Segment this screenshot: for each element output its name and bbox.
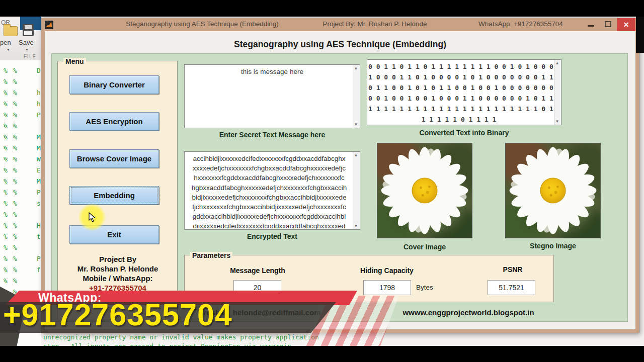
hiding-capacity-field[interactable]: 1798 [363,280,411,295]
cover-image [377,143,472,238]
close-icon: ✕ [623,21,629,29]
binary-label: Converted Text into Binary [367,129,561,137]
parameters-group-label: Parameters [190,252,232,259]
window-title-project: Project By: Mr. Roshan P. Helonde [323,20,427,28]
editor-comment-row: %%M [0,144,41,155]
encrypted-line: gddxxaccihbidjixxxxxedefjchxxxxxxxfcgddx… [186,212,353,221]
project-by-line: Mobile / WhatsApp: [61,274,175,283]
stegno-image-label: Stegno Image [505,242,601,250]
encrypted-line: diixxxxxedcifedxxxxxxxfcoddxxacddfabcghx… [186,221,353,230]
steganography-window: Steganography using AES Technique (Embed… [41,18,639,333]
psnr-label: PSNR [467,265,558,274]
open-dropdown-icon[interactable]: ▼ [7,48,10,51]
editor-comment-row: %%M [0,133,41,144]
menu-button-binary-converter[interactable]: Binary Converter [69,75,159,94]
menu-button-aes-encryption[interactable]: AES Encryption [69,112,159,131]
psnr-field[interactable]: 51.7521 [488,280,535,295]
scroll-down-icon[interactable]: ▼ [353,224,359,228]
project-by-line: Mr. Roshan P. Helonde [61,264,175,274]
window-title: Steganography using AES Technique (Embed… [126,20,279,28]
scroll-up-icon[interactable]: ▲ [554,61,560,65]
website-text: wwww.enggprojectworld.blogspot.in [383,308,554,317]
secret-message-label: Enter Secret Text Message here [184,131,360,139]
secret-message-textarea[interactable]: this is message here ▲ ▼ [184,64,360,128]
editor-comment-row: %%M [0,177,41,189]
encrypted-label: Encrypted Text [184,232,360,240]
save-button-label[interactable]: Save [19,39,34,46]
binary-textarea[interactable]: 0 0 1 1 0 1 1 0 1 1 1 1 1 1 1 1 0 0 1 0 … [367,59,561,125]
encrypted-line: fjchxxxxxxxfchgbxxaccihbidjixxxxxedefjch… [186,202,353,212]
editor-comment-row: %%P [0,255,41,266]
editor-comment-row: %%D [0,67,41,78]
scroll-down-icon[interactable]: ▼ [353,122,359,127]
screen: OR pen ▼ Save ▼ FILE %%D%%%%h%%h%%P%%%%M… [0,0,644,362]
menu-button-browse-cover-image[interactable]: Browse Cover Image [69,149,159,168]
main-panel: Menu Binary ConverterAES EncryptionBrows… [51,53,628,322]
binary-line: 0 0 1 1 0 1 1 0 1 1 1 1 1 1 1 1 0 0 1 0 … [368,61,549,72]
project-by-block: Project ByMr. Roshan P. HelondeMobile / … [61,254,175,293]
secret-message-text: this is message here [185,68,360,75]
close-button[interactable]: ✕ [617,18,635,31]
save-dropdown-icon[interactable]: ▼ [25,48,29,51]
encrypted-textarea[interactable]: accihbidjixxxxxedcifedxxxxxxxfcgddxxacdd… [184,151,360,230]
maximize-icon [605,21,611,27]
bytes-unit-label: Bytes [416,284,433,291]
overlay-phone-number: +917276355704 [3,297,232,332]
editor-comment-row: %%E [0,166,41,177]
matlab-toolbar: OR pen ▼ Save ▼ FILE [0,17,41,60]
figure-area: Steganography using AES Technique (Embed… [45,31,635,329]
binary-line: 0 0 1 0 0 1 0 0 1 0 0 0 1 1 0 0 0 0 0 0 … [368,93,549,104]
encrypted-line: bidjixxxxxedefjchxxxxxxxfchgbxxaccihbidj… [186,193,353,202]
editor-comment-row: %%W [0,155,41,166]
menu-button-embedding[interactable]: Embedding [69,186,159,205]
editor-comment-row: %%h [0,100,41,111]
scroll-up-icon[interactable]: ▲ [353,66,359,70]
window-title-whatsapp: WhatsApp: +917276355704 [478,20,563,28]
editor-comment-row: %% [0,244,41,255]
minimize-button[interactable] [584,18,599,31]
scrollbar[interactable]: ▲ ▼ [554,60,561,125]
scrollbar[interactable]: ▲ ▼ [353,152,360,229]
message-length-label: Message Length [212,266,303,275]
menu-groupbox: Menu Binary ConverterAES EncryptionBrows… [57,61,178,320]
encrypted-line: hxxxxxxxfcgddxxacddfabcghxxxxedefjchxxxx… [186,173,353,183]
binary-line: 1 1 1 1 1 0 1 1 1 1 [368,114,549,125]
editor-comment-row: %%t [0,233,41,244]
open-button-label[interactable]: pen [0,39,11,46]
scroll-down-icon[interactable]: ▼ [554,119,560,124]
cover-image-label: Cover Image [377,243,472,251]
matlab-console-line: unrecognized property name or invalid va… [43,333,319,341]
editor-comment-row: %% [0,122,41,133]
save-floppy-icon[interactable] [23,24,34,36]
maximize-button[interactable] [601,18,616,31]
editor-comment-row: %% [0,211,41,222]
stegno-image [505,143,601,238]
encrypted-line: hgbxxacddfabcghxxxxxedefjchxxxxxxxfchgbx… [186,183,353,193]
menu-group-label: Menu [63,58,86,65]
matlab-logo-icon [45,21,53,29]
file-section-label: FILE [24,54,36,59]
editor-comment-row: %%h [0,89,41,100]
editor-comment-row: %% [0,277,41,288]
letterbox-top [0,0,644,17]
encrypted-line: accihbidjixxxxxedcifedxxxxxxxfcgddxxacdd… [186,154,353,163]
mouse-cursor-icon [89,212,96,223]
menu-button-exit[interactable]: Exit [69,225,159,244]
binary-text: 0 0 1 1 0 1 1 0 1 1 1 1 1 1 1 1 0 0 1 0 … [368,61,549,125]
binary-line: 1 0 0 0 1 1 0 1 0 0 0 0 1 0 1 0 0 0 0 0 … [368,72,549,82]
scroll-up-icon[interactable]: ▲ [353,153,359,157]
editor-comment-row: %%f [0,266,41,277]
editor-comment-row: %% [0,78,41,89]
scrollbar[interactable]: ▲ ▼ [353,65,360,128]
editor-comment-row: %%P [0,189,41,200]
open-folder-icon[interactable] [4,26,18,36]
editor-comment-row: %%s [0,200,41,211]
project-by-line: Project By [61,254,175,264]
page-title: Steganography using AES Technique (Embed… [45,39,635,50]
window-titlebar[interactable]: Steganography using AES Technique (Embed… [41,18,639,31]
editor-comment-row: %%H [0,222,41,233]
hiding-capacity-label: Hiding Capacity [342,266,432,275]
encrypted-text: accihbidjixxxxxedcifedxxxxxxxfcgddxxacdd… [186,154,353,230]
letterbox-bottom [0,346,644,362]
binary-line: 1 1 1 1 1 1 1 1 1 1 1 1 1 1 1 1 1 1 1 1 … [368,104,549,114]
